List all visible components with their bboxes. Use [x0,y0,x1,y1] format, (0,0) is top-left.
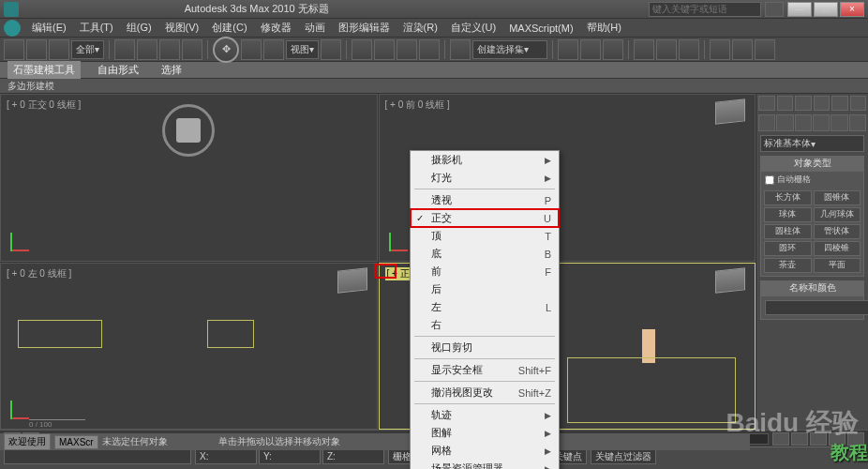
rect-select-icon[interactable] [159,39,180,60]
vp-label-tl[interactable]: [ + 0 正交 0 线框 ] [7,98,81,112]
menu-edit[interactable]: 编辑(E) [26,19,72,37]
tab-display-icon[interactable] [831,114,847,131]
pivot-icon[interactable] [321,39,341,60]
angle-snap-icon[interactable] [374,39,395,60]
window-crossing-icon[interactable] [182,39,202,60]
coord-y-input[interactable]: Y: [259,449,321,464]
rollout-header[interactable]: 名称和颜色 [761,281,863,296]
align-icon[interactable] [580,39,601,60]
percent-snap-icon[interactable] [397,39,417,60]
tab-utilities-icon[interactable] [849,114,866,131]
cm-grid[interactable]: 网格▶ [411,442,559,460]
scale-icon[interactable] [263,39,284,60]
material-icon[interactable] [679,39,699,60]
tab-create-icon[interactable] [758,114,775,131]
cm-front[interactable]: 前F [411,263,559,280]
minimize-button[interactable]: — [787,2,812,17]
search-input[interactable] [649,2,761,17]
prim-cylinder-button[interactable]: 圆柱体 [764,224,812,239]
cm-top[interactable]: 顶T [411,227,559,245]
menu-modifier[interactable]: 修改器 [255,19,297,37]
play-end-icon[interactable] [847,432,864,446]
ref-coord-dropdown[interactable]: 视图 ▾ [286,40,319,59]
panel-icon[interactable] [831,96,848,111]
rollout-header[interactable]: 对象类型 [761,157,863,172]
layer-icon[interactable] [603,39,623,60]
search-button[interactable] [765,2,784,17]
menu-customize[interactable]: 自定义(U) [445,19,501,37]
cm-scene-explorer[interactable]: 场景资源管理器▶ [411,460,559,469]
menu-maxscript[interactable]: MAXScript(M) [503,21,578,36]
move-gizmo-icon[interactable]: ✥ [213,37,239,63]
object-name-input[interactable] [765,300,868,315]
close-button[interactable]: × [840,2,864,17]
cm-back[interactable]: 后 [411,280,559,298]
undo-icon[interactable] [4,39,24,60]
panel-icon[interactable] [850,96,867,111]
play-icon[interactable] [810,432,827,446]
play-start-icon[interactable] [772,432,789,446]
cm-safeframe[interactable]: 显示安全框Shift+F [411,361,559,379]
curve-editor-icon[interactable] [634,39,654,60]
panel-icon[interactable] [777,96,794,111]
snap-icon[interactable] [352,39,372,60]
named-sel-icon[interactable] [450,39,471,60]
render-icon[interactable] [755,39,775,60]
select-icon[interactable] [114,39,135,60]
viewcube-icon[interactable] [715,267,745,293]
spinner-snap-icon[interactable] [419,39,440,60]
menu-anim[interactable]: 动画 [299,19,331,37]
menu-tools[interactable]: 工具(T) [74,19,119,37]
coord-x-input[interactable]: X: [195,449,257,464]
coord-z-input[interactable]: Z: [322,449,384,464]
cm-cameras[interactable]: 摄影机▶ [411,151,559,169]
viewport-top-left[interactable]: [ + 0 正交 0 线框 ] [0,94,378,262]
viewcube-icon[interactable] [337,267,367,293]
menu-view[interactable]: 视图(V) [159,19,205,37]
steering-wheel-icon[interactable] [162,104,215,157]
key-filter-button[interactable]: 关键点过滤器 [591,449,656,464]
prim-box-button[interactable]: 长方体 [764,190,812,205]
tab-hierarchy-icon[interactable] [795,114,812,131]
play-next-icon[interactable] [829,432,846,446]
redo-icon[interactable] [26,39,47,60]
cm-track[interactable]: 轨迹▶ [411,406,559,424]
cm-bottom[interactable]: 底B [411,245,559,263]
mirror-icon[interactable] [558,39,578,60]
menu-create[interactable]: 创建(C) [206,19,252,37]
app-menu-icon[interactable] [4,20,21,37]
prim-teapot-button[interactable]: 茶壶 [764,258,812,273]
prim-cone-button[interactable]: 圆锥体 [814,190,861,205]
prim-geosphere-button[interactable]: 几何球体 [814,207,861,222]
link-icon[interactable] [49,39,69,60]
prim-sphere-button[interactable]: 球体 [764,207,812,222]
menu-graph[interactable]: 图形编辑器 [333,19,396,37]
category-dropdown[interactable]: 标准基本体 ▾ [760,135,864,152]
cm-undo-view[interactable]: 撤消视图更改Shift+Z [411,384,559,401]
render-setup-icon[interactable] [710,39,730,60]
cm-left[interactable]: 左L [411,298,559,316]
create-set-dropdown[interactable]: 创建选择集 ▾ [472,40,547,59]
select-name-icon[interactable] [137,39,157,60]
cm-right[interactable]: 右 [411,316,559,334]
prim-tube-button[interactable]: 管状体 [814,224,861,239]
menu-group[interactable]: 组(G) [121,19,157,37]
maximize-button[interactable]: □ [814,2,838,17]
viewport-bottom-left[interactable]: [ + 0 左 0 线框 ] 0 / 100 [0,263,378,431]
ribbon-tab-select[interactable]: 选择 [156,61,187,79]
menu-render[interactable]: 渲染(R) [397,19,443,37]
prim-plane-button[interactable]: 平面 [814,258,861,273]
play-prev-icon[interactable] [791,432,808,446]
panel-icon[interactable] [814,96,831,111]
schematic-icon[interactable] [656,39,677,60]
panel-icon[interactable] [758,96,775,111]
prim-pyramid-button[interactable]: 四棱锥 [814,241,861,256]
maxscript-label[interactable]: MAXScr [54,435,98,449]
viewcube-icon[interactable] [715,98,745,124]
menu-help[interactable]: 帮助(H) [581,19,627,37]
cm-lights[interactable]: 灯光▶ [411,169,559,187]
tab-modify-icon[interactable] [776,114,793,131]
panel-icon[interactable] [795,96,812,111]
rotate-icon[interactable] [241,39,262,60]
autogrid-check[interactable]: 自动栅格 [761,172,863,188]
